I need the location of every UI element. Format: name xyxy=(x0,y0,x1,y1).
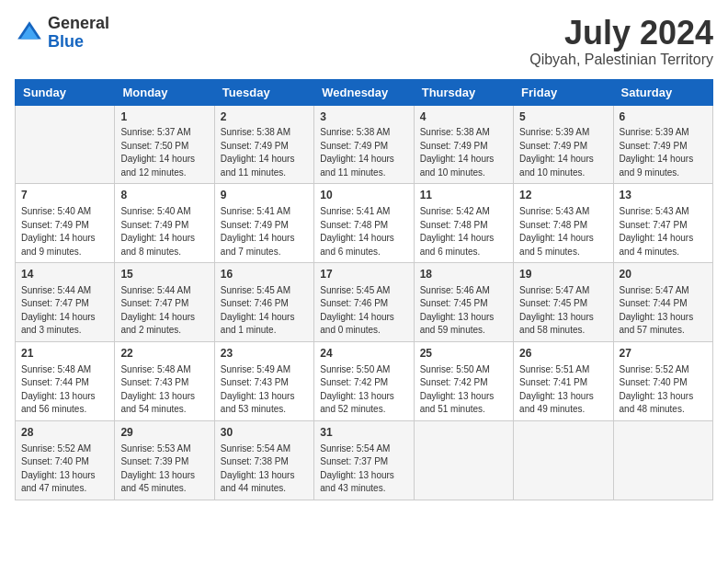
header-row: SundayMondayTuesdayWednesdayThursdayFrid… xyxy=(16,79,713,105)
calendar-cell xyxy=(613,420,712,500)
calendar-cell: 18Sunrise: 5:46 AM Sunset: 7:45 PM Dayli… xyxy=(414,263,513,342)
day-info: Sunrise: 5:48 AM Sunset: 7:43 PM Dayligh… xyxy=(120,363,208,417)
day-number: 25 xyxy=(420,346,507,362)
day-number: 2 xyxy=(221,109,308,125)
day-number: 29 xyxy=(120,425,208,441)
day-info: Sunrise: 5:54 AM Sunset: 7:38 PM Dayligh… xyxy=(221,442,308,496)
header-day-monday: Monday xyxy=(115,79,214,105)
calendar-cell: 30Sunrise: 5:54 AM Sunset: 7:38 PM Dayli… xyxy=(214,420,313,500)
calendar-cell: 28Sunrise: 5:52 AM Sunset: 7:40 PM Dayli… xyxy=(16,420,115,500)
calendar-cell: 11Sunrise: 5:42 AM Sunset: 7:48 PM Dayli… xyxy=(414,184,513,263)
day-number: 26 xyxy=(519,346,607,362)
day-info: Sunrise: 5:50 AM Sunset: 7:42 PM Dayligh… xyxy=(320,363,407,417)
calendar-cell: 8Sunrise: 5:40 AM Sunset: 7:49 PM Daylig… xyxy=(115,184,214,263)
calendar-cell: 5Sunrise: 5:39 AM Sunset: 7:49 PM Daylig… xyxy=(514,105,613,184)
calendar-body: 1Sunrise: 5:37 AM Sunset: 7:50 PM Daylig… xyxy=(16,105,713,500)
header-day-wednesday: Wednesday xyxy=(314,79,414,105)
day-info: Sunrise: 5:38 AM Sunset: 7:49 PM Dayligh… xyxy=(420,126,507,179)
calendar-cell: 26Sunrise: 5:51 AM Sunset: 7:41 PM Dayli… xyxy=(514,341,613,420)
day-number: 21 xyxy=(21,346,108,362)
location: Qibyah, Palestinian Territory xyxy=(529,52,713,68)
day-number: 28 xyxy=(21,425,108,441)
day-number: 23 xyxy=(221,346,308,362)
day-number: 9 xyxy=(221,188,308,203)
calendar-cell: 9Sunrise: 5:41 AM Sunset: 7:49 PM Daylig… xyxy=(214,184,313,263)
calendar-header: SundayMondayTuesdayWednesdayThursdayFrid… xyxy=(16,79,713,105)
day-info: Sunrise: 5:53 AM Sunset: 7:39 PM Dayligh… xyxy=(120,442,208,496)
day-number: 7 xyxy=(21,188,108,203)
day-info: Sunrise: 5:42 AM Sunset: 7:48 PM Dayligh… xyxy=(420,205,507,259)
week-row-5: 28Sunrise: 5:52 AM Sunset: 7:40 PM Dayli… xyxy=(16,420,713,500)
week-row-4: 21Sunrise: 5:48 AM Sunset: 7:44 PM Dayli… xyxy=(16,341,713,420)
calendar-cell: 15Sunrise: 5:44 AM Sunset: 7:47 PM Dayli… xyxy=(115,263,214,342)
day-number: 8 xyxy=(120,188,208,203)
day-info: Sunrise: 5:45 AM Sunset: 7:46 PM Dayligh… xyxy=(221,284,308,338)
calendar-cell xyxy=(414,420,513,500)
calendar-cell: 14Sunrise: 5:44 AM Sunset: 7:47 PM Dayli… xyxy=(16,263,115,342)
day-number: 30 xyxy=(221,425,308,441)
day-info: Sunrise: 5:38 AM Sunset: 7:49 PM Dayligh… xyxy=(221,126,308,179)
calendar-cell: 17Sunrise: 5:45 AM Sunset: 7:46 PM Dayli… xyxy=(314,263,414,342)
day-info: Sunrise: 5:46 AM Sunset: 7:45 PM Dayligh… xyxy=(420,284,507,338)
calendar-cell: 7Sunrise: 5:40 AM Sunset: 7:49 PM Daylig… xyxy=(16,184,115,263)
day-number: 19 xyxy=(519,267,607,282)
day-number: 27 xyxy=(620,346,707,362)
calendar-cell: 2Sunrise: 5:38 AM Sunset: 7:49 PM Daylig… xyxy=(214,105,313,184)
day-info: Sunrise: 5:39 AM Sunset: 7:49 PM Dayligh… xyxy=(519,126,607,179)
day-info: Sunrise: 5:52 AM Sunset: 7:40 PM Dayligh… xyxy=(620,363,707,417)
day-number: 24 xyxy=(320,346,407,362)
day-number: 12 xyxy=(519,188,607,203)
calendar-cell xyxy=(514,420,613,500)
day-info: Sunrise: 5:40 AM Sunset: 7:49 PM Dayligh… xyxy=(21,205,108,259)
day-info: Sunrise: 5:40 AM Sunset: 7:49 PM Dayligh… xyxy=(120,205,208,259)
calendar-cell: 23Sunrise: 5:49 AM Sunset: 7:43 PM Dayli… xyxy=(214,341,313,420)
day-info: Sunrise: 5:51 AM Sunset: 7:41 PM Dayligh… xyxy=(519,363,607,417)
day-info: Sunrise: 5:48 AM Sunset: 7:44 PM Dayligh… xyxy=(21,363,108,417)
day-number: 17 xyxy=(320,267,407,282)
day-number: 1 xyxy=(120,109,208,125)
header-day-thursday: Thursday xyxy=(414,79,513,105)
day-number: 11 xyxy=(420,188,507,203)
day-info: Sunrise: 5:43 AM Sunset: 7:48 PM Dayligh… xyxy=(519,205,607,259)
day-number: 20 xyxy=(620,267,707,282)
day-number: 5 xyxy=(519,109,607,125)
calendar-cell: 19Sunrise: 5:47 AM Sunset: 7:45 PM Dayli… xyxy=(514,263,613,342)
day-info: Sunrise: 5:47 AM Sunset: 7:44 PM Dayligh… xyxy=(620,284,707,338)
day-info: Sunrise: 5:41 AM Sunset: 7:49 PM Dayligh… xyxy=(221,205,308,259)
calendar-cell: 21Sunrise: 5:48 AM Sunset: 7:44 PM Dayli… xyxy=(16,341,115,420)
day-number: 22 xyxy=(120,346,208,362)
day-info: Sunrise: 5:50 AM Sunset: 7:42 PM Dayligh… xyxy=(420,363,507,417)
header-day-tuesday: Tuesday xyxy=(214,79,313,105)
week-row-3: 14Sunrise: 5:44 AM Sunset: 7:47 PM Dayli… xyxy=(16,263,713,342)
day-number: 6 xyxy=(620,109,707,125)
calendar-cell: 12Sunrise: 5:43 AM Sunset: 7:48 PM Dayli… xyxy=(514,184,613,263)
month-year: July 2024 xyxy=(529,15,713,52)
day-number: 10 xyxy=(320,188,407,203)
logo: General Blue xyxy=(15,15,109,52)
calendar-cell: 13Sunrise: 5:43 AM Sunset: 7:47 PM Dayli… xyxy=(613,184,712,263)
calendar-cell: 10Sunrise: 5:41 AM Sunset: 7:48 PM Dayli… xyxy=(314,184,414,263)
calendar-cell: 1Sunrise: 5:37 AM Sunset: 7:50 PM Daylig… xyxy=(115,105,214,184)
calendar-cell: 27Sunrise: 5:52 AM Sunset: 7:40 PM Dayli… xyxy=(613,341,712,420)
day-info: Sunrise: 5:43 AM Sunset: 7:47 PM Dayligh… xyxy=(620,205,707,259)
day-info: Sunrise: 5:49 AM Sunset: 7:43 PM Dayligh… xyxy=(221,363,308,417)
day-info: Sunrise: 5:38 AM Sunset: 7:49 PM Dayligh… xyxy=(320,126,407,179)
day-number: 3 xyxy=(320,109,407,125)
calendar-cell: 3Sunrise: 5:38 AM Sunset: 7:49 PM Daylig… xyxy=(314,105,414,184)
calendar-cell: 4Sunrise: 5:38 AM Sunset: 7:49 PM Daylig… xyxy=(414,105,513,184)
day-number: 15 xyxy=(120,267,208,282)
calendar-cell: 29Sunrise: 5:53 AM Sunset: 7:39 PM Dayli… xyxy=(115,420,214,500)
day-number: 14 xyxy=(21,267,108,282)
logo-text: General Blue xyxy=(48,15,109,52)
calendar-cell: 6Sunrise: 5:39 AM Sunset: 7:49 PM Daylig… xyxy=(613,105,712,184)
calendar-table: SundayMondayTuesdayWednesdayThursdayFrid… xyxy=(15,79,713,500)
week-row-2: 7Sunrise: 5:40 AM Sunset: 7:49 PM Daylig… xyxy=(16,184,713,263)
day-number: 18 xyxy=(420,267,507,282)
calendar-cell: 24Sunrise: 5:50 AM Sunset: 7:42 PM Dayli… xyxy=(314,341,414,420)
day-number: 31 xyxy=(320,425,407,441)
day-number: 13 xyxy=(620,188,707,203)
day-info: Sunrise: 5:54 AM Sunset: 7:37 PM Dayligh… xyxy=(320,442,407,496)
header-day-saturday: Saturday xyxy=(613,79,712,105)
day-info: Sunrise: 5:47 AM Sunset: 7:45 PM Dayligh… xyxy=(519,284,607,338)
day-info: Sunrise: 5:39 AM Sunset: 7:49 PM Dayligh… xyxy=(620,126,707,179)
